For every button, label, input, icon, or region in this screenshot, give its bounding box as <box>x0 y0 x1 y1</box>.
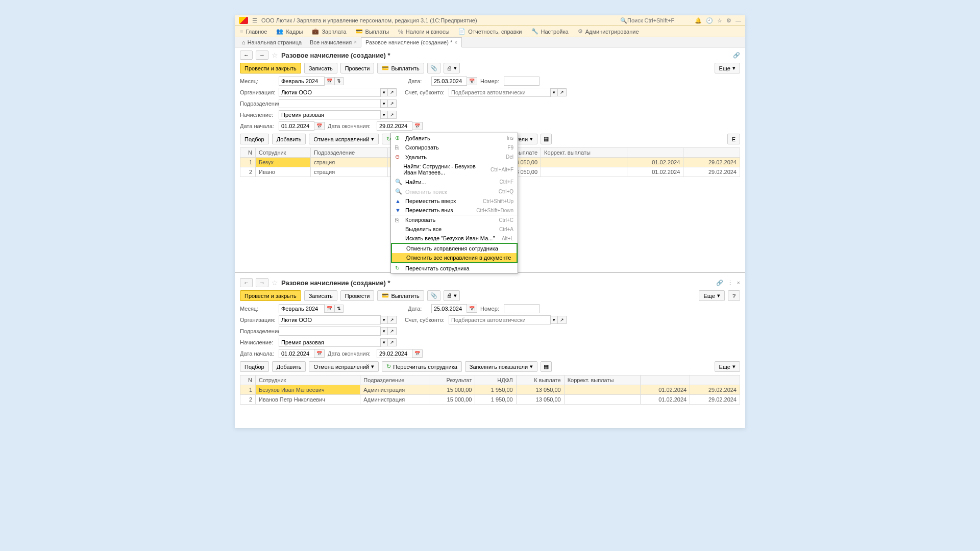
tab[interactable]: ⌂Начальная страница <box>238 37 306 47</box>
tab[interactable]: Разовое начисление (создание) *× <box>361 37 462 47</box>
menu-Администрирование[interactable]: ⚙Администрирование <box>578 28 639 35</box>
tab[interactable]: Все начисления× <box>306 37 361 47</box>
ctx-item[interactable]: ▼Переместить внизCtrl+Shift+Down <box>391 206 518 215</box>
table-icon-button[interactable]: ▦ <box>541 134 552 144</box>
zapisat-button[interactable]: Записать <box>304 63 337 73</box>
date-input[interactable] <box>431 77 467 86</box>
open-icon[interactable]: ↗ <box>388 88 397 96</box>
date-start-input[interactable] <box>279 121 314 131</box>
nav-fwd[interactable]: → <box>256 51 268 60</box>
open-icon[interactable]: ↗ <box>388 99 397 108</box>
ctx-item[interactable]: Искать везде "Безухов Иван Ма..."Alt+L <box>391 234 518 243</box>
date-start-input[interactable] <box>279 349 314 358</box>
ctx-item[interactable]: 🔍Найти...Ctrl+F <box>391 177 518 187</box>
account-input[interactable] <box>449 315 551 324</box>
menu-Кадры[interactable]: 👥Кадры <box>276 28 303 35</box>
nav-back[interactable]: ← <box>240 51 253 60</box>
search-box[interactable]: 🔍 <box>620 17 689 24</box>
eshche-table-button[interactable]: Еще ▾ <box>715 361 740 372</box>
calendar-icon[interactable]: 📅 <box>467 77 477 85</box>
provesti-zakryt-button[interactable]: Провести и закрыть <box>240 63 301 73</box>
table-row[interactable]: 1Безухов Иван МатвеевичАдминистрация15 0… <box>240 385 740 395</box>
dropdown-icon[interactable]: ▾ <box>381 99 388 108</box>
calendar-icon[interactable]: 📅 <box>325 77 335 85</box>
print-button[interactable]: 🖨 ▾ <box>444 63 460 73</box>
spinner-icon[interactable]: ⇅ <box>335 77 344 85</box>
print-button[interactable]: 🖨 ▾ <box>444 290 460 301</box>
calendar-icon[interactable]: 📅 <box>314 122 325 130</box>
vyplatit-button[interactable]: 💳Выплатить <box>377 63 424 73</box>
ctx-item[interactable]: ▲Переместить вверхCtrl+Shift+Up <box>391 196 518 206</box>
favorite-icon[interactable]: ☆ <box>272 51 278 59</box>
eshche-button[interactable]: Еще ▾ <box>699 290 724 301</box>
attach-button[interactable]: 📎 <box>427 290 440 301</box>
menu-Настройка[interactable]: 🔧Настройка <box>531 28 569 35</box>
eshche-button[interactable]: Еще ▾ <box>715 63 740 73</box>
month-input[interactable] <box>279 304 325 313</box>
ctx-item[interactable]: ⎘КопироватьCtrl+C <box>391 215 518 224</box>
month-input[interactable] <box>279 77 325 86</box>
menu-Главное[interactable]: ≡Главное <box>240 28 267 35</box>
open-icon[interactable]: ↗ <box>558 88 567 96</box>
menu-Зарплата[interactable]: 💼Зарплата <box>312 28 346 35</box>
favorite-icon[interactable]: ☆ <box>272 279 278 287</box>
attach-button[interactable]: 📎 <box>427 63 440 73</box>
vyplatit-button[interactable]: 💳Выплатить <box>377 290 424 301</box>
close-icon[interactable]: × <box>454 40 457 45</box>
podbor-button[interactable]: Подбор <box>240 134 269 144</box>
number-input[interactable] <box>504 304 540 313</box>
dropdown-icon[interactable]: ▾ <box>381 88 388 96</box>
burger-icon[interactable]: ☰ <box>252 17 257 24</box>
close-icon[interactable]: × <box>354 39 357 45</box>
ctx-item[interactable]: ↻Пересчитать сотрудника <box>391 263 518 273</box>
nav-back[interactable]: ← <box>240 278 253 287</box>
table-row[interactable]: 2Иванов Петр НиколаевичАдминистрация15 0… <box>240 395 740 405</box>
accrual-input[interactable] <box>279 338 381 347</box>
zapisat-button[interactable]: Записать <box>304 290 337 301</box>
org-input[interactable] <box>279 88 381 97</box>
ctx-item[interactable]: ⎘СкопироватьF9 <box>391 143 518 152</box>
provesti-button[interactable]: Провести <box>340 63 375 73</box>
ctx-item[interactable]: ⊖УдалитьDel <box>391 152 518 162</box>
provesti-button[interactable]: Провести <box>340 290 375 301</box>
menu-Отчетность, справки[interactable]: 📄Отчетность, справки <box>458 28 522 35</box>
star-icon[interactable]: ☆ <box>717 17 722 24</box>
eshche-table-button[interactable]: Е <box>727 134 740 144</box>
org-input[interactable] <box>279 315 381 324</box>
menu-Налоги и взносы[interactable]: %Налоги и взносы <box>398 28 449 35</box>
close-icon[interactable]: × <box>737 280 740 286</box>
dobavit-button[interactable]: Добавить <box>272 361 306 372</box>
menu-Выплаты[interactable]: 💳Выплаты <box>356 28 389 35</box>
dept-input[interactable] <box>279 327 381 336</box>
open-icon[interactable]: ↗ <box>388 111 397 119</box>
calendar-icon[interactable]: 📅 <box>412 122 423 130</box>
history-icon[interactable]: 🕘 <box>706 17 713 24</box>
dobavit-button[interactable]: Добавить <box>272 134 306 144</box>
link-icon[interactable]: 🔗 <box>716 280 723 286</box>
dept-input[interactable] <box>279 99 381 108</box>
provesti-zakryt-button[interactable]: Провести и закрыть <box>240 290 301 301</box>
fill-button[interactable]: Заполнить показатели ▾ <box>465 361 537 372</box>
table-icon-button[interactable]: ▦ <box>541 361 552 372</box>
minimize-icon[interactable]: — <box>736 17 741 24</box>
date-input[interactable] <box>431 304 467 313</box>
accrual-input[interactable] <box>279 110 381 119</box>
ctx-item[interactable]: Отменить исправления сотрудника <box>392 244 517 253</box>
link-icon[interactable]: 🔗 <box>733 52 740 59</box>
podbor-button[interactable]: Подбор <box>240 361 269 372</box>
account-input[interactable] <box>449 88 551 97</box>
ctx-item[interactable]: 🔍Отменить поискCtrl+Q <box>391 187 518 196</box>
dropdown-icon[interactable]: ▾ <box>381 111 388 119</box>
recalc-button[interactable]: ↻Пересчитать сотрудника <box>382 361 462 372</box>
otmena-button[interactable]: Отмена исправлений ▾ <box>309 134 379 144</box>
otmena-button[interactable]: Отмена исправлений ▾ <box>309 361 379 372</box>
nav-fwd[interactable]: → <box>256 278 268 287</box>
date-end-input[interactable] <box>377 349 412 358</box>
bell-icon[interactable]: 🔔 <box>695 17 702 24</box>
date-end-input[interactable] <box>377 121 412 131</box>
ctx-item[interactable]: Найти: Сотрудник - Безухов Иван Матвеев.… <box>391 162 518 177</box>
settings-icon[interactable]: ⚙ <box>726 17 731 24</box>
help-button[interactable]: ? <box>728 290 740 301</box>
ctx-item[interactable]: Отменить все исправления в документе <box>392 253 517 262</box>
search-input[interactable] <box>627 17 689 23</box>
